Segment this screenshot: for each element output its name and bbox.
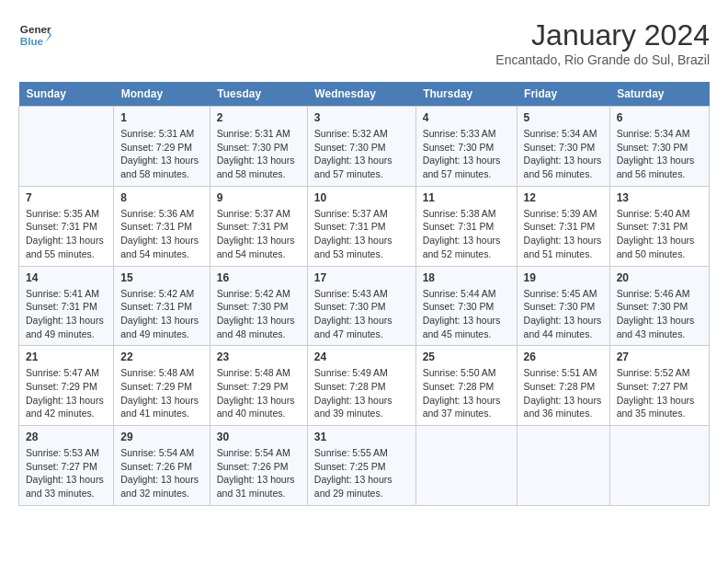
header-cell-friday: Friday <box>517 82 609 107</box>
week-row-4: 21Sunrise: 5:47 AMSunset: 7:29 PMDayligh… <box>19 346 710 426</box>
day-number: 8 <box>120 191 203 204</box>
calendar-cell: 18Sunrise: 5:44 AMSunset: 7:30 PMDayligh… <box>415 266 517 346</box>
day-number: 14 <box>26 271 107 284</box>
day-number: 15 <box>120 271 203 284</box>
calendar-cell: 31Sunrise: 5:55 AMSunset: 7:25 PMDayligh… <box>307 426 415 506</box>
calendar-cell: 22Sunrise: 5:48 AMSunset: 7:29 PMDayligh… <box>114 346 210 426</box>
day-info: Sunrise: 5:41 AMSunset: 7:31 PMDaylight:… <box>26 287 107 341</box>
day-info: Sunrise: 5:33 AMSunset: 7:30 PMDaylight:… <box>423 127 510 181</box>
calendar-cell: 3Sunrise: 5:32 AMSunset: 7:30 PMDaylight… <box>307 107 415 187</box>
day-info: Sunrise: 5:45 AMSunset: 7:30 PMDaylight:… <box>524 287 603 341</box>
day-info: Sunrise: 5:44 AMSunset: 7:30 PMDaylight:… <box>423 287 510 341</box>
day-number: 9 <box>217 191 301 204</box>
day-info: Sunrise: 5:31 AMSunset: 7:29 PMDaylight:… <box>120 127 203 181</box>
logo: General Blue <box>18 18 51 52</box>
calendar-cell: 7Sunrise: 5:35 AMSunset: 7:31 PMDaylight… <box>19 186 114 266</box>
day-info: Sunrise: 5:32 AMSunset: 7:30 PMDaylight:… <box>314 127 409 181</box>
day-info: Sunrise: 5:42 AMSunset: 7:30 PMDaylight:… <box>217 287 301 341</box>
day-number: 6 <box>617 111 702 124</box>
day-info: Sunrise: 5:34 AMSunset: 7:30 PMDaylight:… <box>524 127 603 181</box>
day-info: Sunrise: 5:51 AMSunset: 7:28 PMDaylight:… <box>524 366 603 420</box>
day-number: 31 <box>314 431 409 443</box>
day-number: 16 <box>217 271 301 284</box>
subtitle: Encantado, Rio Grande do Sul, Brazil <box>495 52 710 67</box>
day-info: Sunrise: 5:35 AMSunset: 7:31 PMDaylight:… <box>26 207 107 261</box>
calendar-cell <box>517 426 609 506</box>
day-info: Sunrise: 5:54 AMSunset: 7:26 PMDaylight:… <box>217 446 301 500</box>
calendar-cell: 23Sunrise: 5:48 AMSunset: 7:29 PMDayligh… <box>210 346 307 426</box>
calendar-cell: 15Sunrise: 5:42 AMSunset: 7:31 PMDayligh… <box>114 266 210 346</box>
day-number: 18 <box>423 271 510 284</box>
day-info: Sunrise: 5:39 AMSunset: 7:31 PMDaylight:… <box>524 207 603 261</box>
header-cell-monday: Monday <box>114 82 210 107</box>
day-number: 29 <box>120 431 203 443</box>
header-cell-tuesday: Tuesday <box>210 82 307 107</box>
day-number: 19 <box>524 271 603 284</box>
calendar-cell: 30Sunrise: 5:54 AMSunset: 7:26 PMDayligh… <box>210 426 307 506</box>
calendar-cell: 16Sunrise: 5:42 AMSunset: 7:30 PMDayligh… <box>210 266 307 346</box>
logo-icon: General Blue <box>18 18 51 52</box>
calendar-cell: 17Sunrise: 5:43 AMSunset: 7:30 PMDayligh… <box>307 266 415 346</box>
title-section: January 2024 Encantado, Rio Grande do Su… <box>495 18 710 67</box>
day-number: 24 <box>314 350 409 363</box>
calendar-cell: 5Sunrise: 5:34 AMSunset: 7:30 PMDaylight… <box>517 107 609 187</box>
day-info: Sunrise: 5:49 AMSunset: 7:28 PMDaylight:… <box>314 366 409 420</box>
day-number: 4 <box>423 111 510 124</box>
day-number: 30 <box>217 431 301 443</box>
day-number: 3 <box>314 111 409 124</box>
day-info: Sunrise: 5:46 AMSunset: 7:30 PMDaylight:… <box>617 287 702 341</box>
page-header: General Blue January 2024 Encantado, Rio… <box>18 18 710 67</box>
day-number: 5 <box>524 111 603 124</box>
day-number: 10 <box>314 191 409 204</box>
header-cell-sunday: Sunday <box>19 82 114 107</box>
day-info: Sunrise: 5:43 AMSunset: 7:30 PMDaylight:… <box>314 287 409 341</box>
calendar-cell: 19Sunrise: 5:45 AMSunset: 7:30 PMDayligh… <box>517 266 609 346</box>
day-number: 21 <box>26 350 107 363</box>
day-info: Sunrise: 5:36 AMSunset: 7:31 PMDaylight:… <box>120 207 203 261</box>
day-number: 11 <box>423 191 510 204</box>
calendar-cell: 13Sunrise: 5:40 AMSunset: 7:31 PMDayligh… <box>609 186 709 266</box>
calendar-cell: 28Sunrise: 5:53 AMSunset: 7:27 PMDayligh… <box>19 426 114 506</box>
header-cell-wednesday: Wednesday <box>307 82 415 107</box>
calendar-cell: 4Sunrise: 5:33 AMSunset: 7:30 PMDaylight… <box>415 107 517 187</box>
calendar-cell: 20Sunrise: 5:46 AMSunset: 7:30 PMDayligh… <box>609 266 709 346</box>
day-number: 17 <box>314 271 409 284</box>
day-number: 7 <box>26 191 107 204</box>
calendar-cell: 26Sunrise: 5:51 AMSunset: 7:28 PMDayligh… <box>517 346 609 426</box>
day-number: 28 <box>26 431 107 443</box>
svg-text:Blue: Blue <box>20 35 44 47</box>
day-info: Sunrise: 5:31 AMSunset: 7:30 PMDaylight:… <box>217 127 301 181</box>
calendar-cell: 2Sunrise: 5:31 AMSunset: 7:30 PMDaylight… <box>210 107 307 187</box>
calendar-cell <box>19 107 114 187</box>
week-row-5: 28Sunrise: 5:53 AMSunset: 7:27 PMDayligh… <box>19 426 710 506</box>
day-info: Sunrise: 5:40 AMSunset: 7:31 PMDaylight:… <box>617 207 702 261</box>
day-number: 2 <box>217 111 301 124</box>
day-number: 27 <box>617 350 702 363</box>
day-number: 22 <box>120 350 203 363</box>
calendar-cell <box>609 426 709 506</box>
day-info: Sunrise: 5:47 AMSunset: 7:29 PMDaylight:… <box>26 366 107 420</box>
week-row-1: 1Sunrise: 5:31 AMSunset: 7:29 PMDaylight… <box>19 107 710 187</box>
calendar-cell: 21Sunrise: 5:47 AMSunset: 7:29 PMDayligh… <box>19 346 114 426</box>
day-info: Sunrise: 5:53 AMSunset: 7:27 PMDaylight:… <box>26 446 107 500</box>
day-info: Sunrise: 5:54 AMSunset: 7:26 PMDaylight:… <box>120 446 203 500</box>
day-number: 12 <box>524 191 603 204</box>
calendar-cell: 8Sunrise: 5:36 AMSunset: 7:31 PMDaylight… <box>114 186 210 266</box>
day-info: Sunrise: 5:38 AMSunset: 7:31 PMDaylight:… <box>423 207 510 261</box>
day-number: 1 <box>120 111 203 124</box>
calendar-cell: 9Sunrise: 5:37 AMSunset: 7:31 PMDaylight… <box>210 186 307 266</box>
calendar-cell <box>415 426 517 506</box>
day-info: Sunrise: 5:37 AMSunset: 7:31 PMDaylight:… <box>314 207 409 261</box>
header-cell-saturday: Saturday <box>609 82 709 107</box>
calendar-cell: 10Sunrise: 5:37 AMSunset: 7:31 PMDayligh… <box>307 186 415 266</box>
main-title: January 2024 <box>495 18 710 52</box>
day-info: Sunrise: 5:37 AMSunset: 7:31 PMDaylight:… <box>217 207 301 261</box>
header-row: SundayMondayTuesdayWednesdayThursdayFrid… <box>19 82 710 107</box>
week-row-3: 14Sunrise: 5:41 AMSunset: 7:31 PMDayligh… <box>19 266 710 346</box>
header-cell-thursday: Thursday <box>415 82 517 107</box>
day-number: 20 <box>617 271 702 284</box>
day-number: 23 <box>217 350 301 363</box>
day-number: 13 <box>617 191 702 204</box>
day-number: 26 <box>524 350 603 363</box>
calendar-table: SundayMondayTuesdayWednesdayThursdayFrid… <box>18 82 710 506</box>
